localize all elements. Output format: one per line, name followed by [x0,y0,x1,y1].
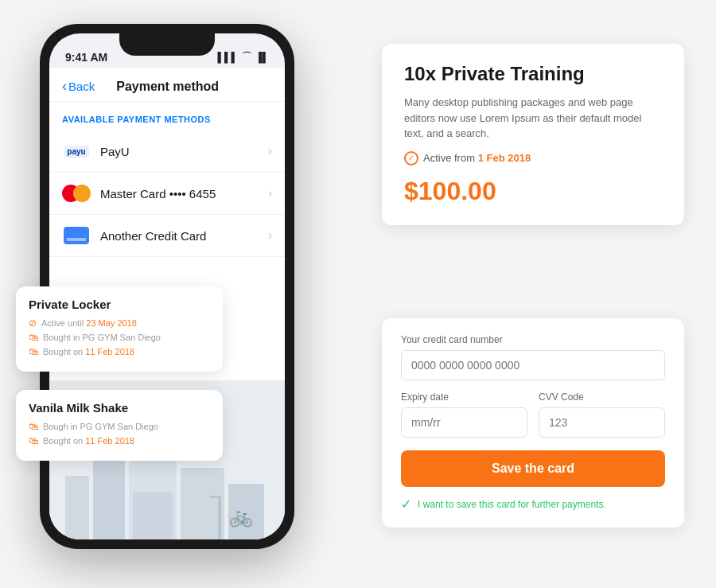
cvv-col: CVV Code [539,391,665,438]
bag-icon-1: 🛍 [29,332,38,343]
chevron-right-icon: › [268,144,272,158]
milkshake-bought-row-2: 🛍 Bought on 11 Feb 2018 [29,435,210,446]
back-button[interactable]: ‹ Back [62,78,95,95]
lamp-arm [209,496,221,498]
chevron-right-icon: › [268,186,272,201]
cvv-label: CVV Code [539,391,665,403]
back-chevron-icon: ‹ [62,78,67,95]
private-locker-active-text: Active until 23 May 2018 [41,318,137,328]
lamp-post [218,496,221,539]
mc-right-circle [73,185,91,202]
milkshake-bought-row-1: 🛍 Bough in PG GYM San Diego [29,421,210,432]
expiry-col: Expiry date [401,391,527,438]
form-row-expiry-cvv: Expiry date CVV Code [401,391,665,438]
phone-notch [119,33,215,56]
status-icons: ▌▌▌ ⌒ ▐▌ [217,50,269,64]
card-number-label: Your credit card number [401,334,665,345]
chevron-right-icon: › [268,228,272,243]
signal-icon: ▌▌▌ [217,52,238,63]
expiry-label: Expiry date [401,391,527,403]
private-locker-location: Bought in PG GYM San Diego [43,333,161,342]
milkshake-bought-date: 11 Feb 2018 [85,436,134,446]
payu-logo-text: payu [64,146,88,158]
cvv-input[interactable] [539,407,665,438]
private-locker-bought-date: 11 Feb 2018 [85,347,134,356]
back-label: Back [68,80,95,93]
private-locker-active-date: 23 May 2018 [86,318,137,328]
mc-circles-icon [62,185,91,202]
nav-title: Payment method [95,80,240,94]
private-locker-bought-row-2: 🛍 Bought on 11 Feb 2018 [29,346,210,357]
bag-icon-3: 🛍 [29,421,38,432]
cc-card-visual [64,227,89,244]
milkshake-date: Bought on 11 Feb 2018 [43,436,134,446]
check-circle-icon: ✓ [404,151,418,165]
save-card-button[interactable]: Save the card [401,450,665,487]
private-locker-card: Private Locker ⊘ Active until 23 May 201… [16,286,223,372]
clock-icon: ⊘ [29,317,37,329]
milkshake-card: Vanila Milk Shake 🛍 Bough in PG GYM San … [16,390,223,461]
milkshake-location: Bough in PG GYM San Diego [43,422,158,431]
payment-methods-list: payu PayU › Master Card •••• 6455 › [49,130,285,257]
expiry-input[interactable] [401,407,527,438]
private-locker-bought-row-1: 🛍 Bought in PG GYM San Diego [29,332,210,343]
payu-label: PayU [100,145,268,158]
battery-icon: ▐▌ [255,52,269,63]
building-3-lower [133,492,173,539]
payment-item-mastercard[interactable]: Master Card •••• 6455 › [49,173,285,215]
training-description: Many desktop publishing packages and web… [404,95,662,142]
bag-icon-2: 🛍 [29,346,38,357]
building-3 [129,460,177,539]
private-locker-active-row: ⊘ Active until 23 May 2018 [29,317,210,329]
credit-card-icon [62,226,91,245]
checkbox-label-text: I want to save this card for further pay… [418,499,606,510]
wifi-icon: ⌒ [242,50,251,64]
milkshake-title: Vanila Milk Shake [29,401,210,415]
private-locker-date: Bought on 11 Feb 2018 [43,347,134,356]
training-active-date: 1 Feb 2018 [478,152,531,164]
credit-card-form: Your credit card number Expiry date CVV … [382,318,684,528]
status-time: 9:41 AM [65,51,107,64]
training-card: 10x Private Training Many desktop publis… [382,44,684,225]
bike-icon: 🚲 [229,505,253,528]
payment-section-header: AVAILABLE PAYMENT METHODS [49,102,285,130]
credit-card-label: Another Credit Card [100,229,268,243]
checkbox-check-icon: ✓ [401,496,411,512]
payment-item-payu[interactable]: payu PayU › [49,130,285,173]
training-active-row: ✓ Active from 1 Feb 2018 [404,151,662,165]
training-active-text: Active from 1 Feb 2018 [423,152,531,164]
bag-icon-4: 🛍 [29,435,38,446]
building-1 [65,476,89,539]
payment-item-creditcard[interactable]: Another Credit Card › [49,215,285,257]
payu-icon: payu [62,142,91,161]
save-card-checkbox-row: ✓ I want to save this card for further p… [401,496,665,512]
mastercard-label: Master Card •••• 6455 [100,187,268,201]
private-locker-title: Private Locker [29,298,210,311]
training-title: 10x Private Training [404,63,662,85]
card-number-input[interactable] [401,350,665,380]
mastercard-icon [62,184,91,203]
training-price: $100.00 [404,177,662,206]
nav-bar: ‹ Back Payment method [49,68,285,102]
